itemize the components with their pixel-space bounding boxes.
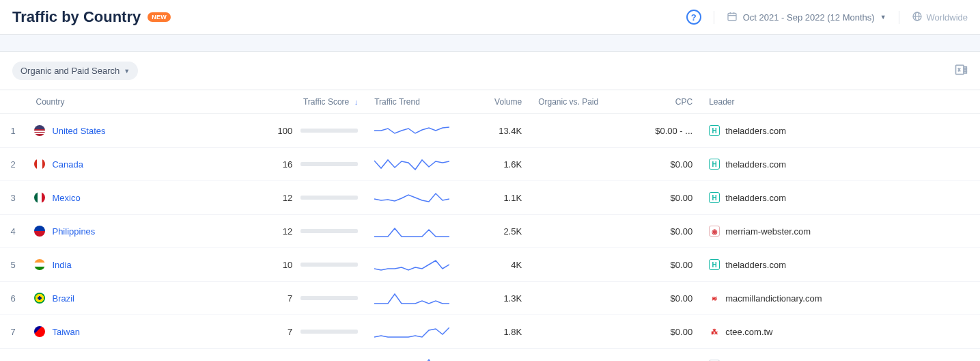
leader-favicon: H [709, 159, 720, 170]
trend-cell [366, 349, 468, 362]
col-traffic-score-label: Traffic Score [303, 97, 349, 107]
organic-vs-paid-cell [530, 181, 632, 215]
country-link[interactable]: Philippines [52, 226, 95, 237]
volume-cell: 1.1K [468, 181, 530, 215]
leader-link[interactable]: theladders.com [725, 260, 786, 270]
flag-icon [34, 259, 45, 270]
score-bar [300, 296, 358, 300]
score-bar [300, 263, 358, 267]
export-excel-icon[interactable] [954, 63, 968, 79]
col-traffic-trend[interactable]: Traffic Trend [366, 90, 468, 114]
trend-cell [366, 114, 468, 148]
country-cell: Philippines [26, 215, 236, 248]
volume-cell: 13.4K [468, 114, 530, 148]
cpc-cell: $0.00 [632, 349, 701, 362]
volume-cell: 1.3K [468, 282, 530, 315]
flag-icon [34, 192, 45, 203]
table-row: 1United States10013.4K$0.00 - ...Hthelad… [0, 114, 980, 148]
col-country[interactable]: Country [26, 90, 236, 114]
leader-favicon: H [709, 125, 720, 136]
table-row: 8Poland6574$0.00◐reverso.net [0, 349, 980, 362]
leader-cell: Htheladders.com [701, 248, 980, 282]
rank-cell: 6 [0, 282, 26, 315]
trend-cell [366, 148, 468, 181]
country-link[interactable]: Canada [52, 159, 83, 170]
country-link[interactable]: Brazil [52, 293, 74, 304]
leader-link[interactable]: ctee.com.tw [725, 327, 772, 337]
region-picker[interactable]: Worldwide [899, 11, 968, 24]
organic-vs-paid-cell [530, 148, 632, 181]
page-title: Traffic by Country [12, 8, 141, 26]
score-bar [300, 196, 358, 200]
score-bar [300, 229, 358, 233]
leader-favicon: H [709, 192, 720, 203]
organic-vs-paid-cell [530, 349, 632, 362]
leader-link[interactable]: theladders.com [725, 126, 786, 136]
organic-vs-paid-cell [530, 282, 632, 315]
table-row: 5India104K$0.00Htheladders.com [0, 248, 980, 282]
organic-vs-paid-cell [530, 248, 632, 282]
cpc-cell: $0.00 - ... [632, 114, 701, 148]
country-cell: Taiwan [26, 315, 236, 349]
new-badge: NEW [148, 12, 171, 22]
table-row: 3Mexico121.1K$0.00Htheladders.com [0, 181, 980, 215]
flag-icon [34, 159, 45, 170]
trend-cell [366, 215, 468, 248]
country-link[interactable]: Mexico [52, 193, 80, 203]
leader-link[interactable]: theladders.com [725, 159, 786, 170]
traffic-type-filter[interactable]: Organic and Paid Search ▼ [12, 62, 138, 80]
table-row: 6Brazil71.3K$0.00≋macmillandictionary.co… [0, 282, 980, 315]
sort-desc-icon: ↓ [354, 98, 359, 106]
volume-cell: 1.8K [468, 315, 530, 349]
header-right: ? Oct 2021 - Sep 2022 (12 Months) ▼ Worl… [686, 10, 968, 25]
header-left: Traffic by Country NEW [12, 8, 171, 26]
leader-cell: ⁂ctee.com.tw [701, 315, 980, 349]
region-label: Worldwide [927, 12, 968, 23]
trend-cell [366, 315, 468, 349]
country-cell: India [26, 248, 236, 282]
rank-cell: 4 [0, 215, 26, 248]
volume-cell: 2.5K [468, 215, 530, 248]
col-volume[interactable]: Volume [468, 90, 530, 114]
rank-cell: 2 [0, 148, 26, 181]
country-link[interactable]: Taiwan [52, 327, 79, 337]
col-leader[interactable]: Leader [701, 90, 980, 114]
country-link[interactable]: United States [52, 126, 105, 136]
volume-cell: 1.6K [468, 148, 530, 181]
col-cpc[interactable]: CPC [632, 90, 701, 114]
flag-icon [34, 293, 45, 304]
cpc-cell: $0.00 [632, 215, 701, 248]
country-link[interactable]: India [52, 260, 71, 270]
col-organic-vs-paid[interactable]: Organic vs. Paid [530, 90, 632, 114]
leader-cell: ≋macmillandictionary.com [701, 282, 980, 315]
help-icon[interactable]: ? [686, 10, 701, 25]
rank-cell: 1 [0, 114, 26, 148]
leader-favicon: ⁂ [709, 326, 720, 337]
volume-cell: 4K [468, 248, 530, 282]
organic-vs-paid-cell [530, 215, 632, 248]
leader-link[interactable]: merriam-webster.com [725, 226, 811, 237]
score-value: 12 [273, 226, 292, 237]
table-row: 7Taiwan71.8K$0.00⁂ctee.com.tw [0, 315, 980, 349]
country-cell: Canada [26, 148, 236, 181]
col-rank [0, 90, 26, 114]
score-value: 100 [273, 126, 292, 136]
leader-link[interactable]: macmillandictionary.com [725, 293, 822, 304]
traffic-score-cell: 12 [236, 181, 366, 215]
traffic-score-cell: 12 [236, 215, 366, 248]
traffic-score-cell: 16 [236, 148, 366, 181]
trend-cell [366, 248, 468, 282]
leader-favicon: ◉ [709, 226, 720, 237]
cpc-cell: $0.00 [632, 181, 701, 215]
leader-favicon: H [709, 259, 720, 270]
flag-icon [34, 125, 45, 136]
organic-vs-paid-cell [530, 315, 632, 349]
col-traffic-score[interactable]: Traffic Score ↓ [236, 90, 366, 114]
score-bar [300, 162, 358, 166]
score-bar [300, 129, 358, 133]
country-cell: Poland [26, 349, 236, 362]
date-range-picker[interactable]: Oct 2021 - Sep 2022 (12 Months) ▼ [714, 11, 886, 24]
leader-link[interactable]: theladders.com [725, 193, 786, 203]
table-row: 4Philippines122.5K$0.00◉merriam-webster.… [0, 215, 980, 248]
country-cell: United States [26, 114, 236, 148]
